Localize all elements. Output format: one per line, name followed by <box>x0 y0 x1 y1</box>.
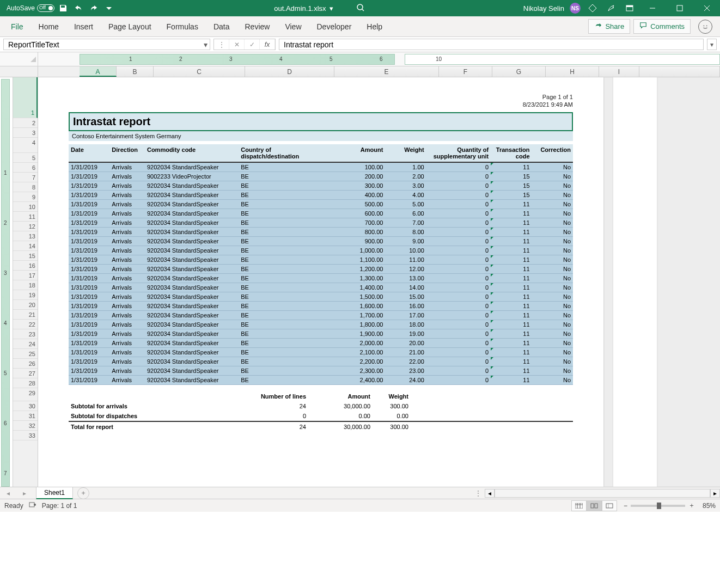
zoom-slider[interactable] <box>631 505 685 507</box>
row-header-10[interactable]: 10 <box>13 202 38 212</box>
horizontal-ruler[interactable]: 123456789 <box>80 54 395 65</box>
row-header-11[interactable]: 11 <box>13 212 38 222</box>
sheet-nav-prev-icon[interactable]: ◂ <box>7 489 10 497</box>
table-row[interactable]: 1/31/2019Arrivals9202034 StandardSpeaker… <box>69 366 573 376</box>
table-row[interactable]: 1/31/2019Arrivals9202034 StandardSpeaker… <box>69 181 573 191</box>
row-header-18[interactable]: 18 <box>13 280 38 290</box>
select-all-triangle[interactable] <box>30 57 36 62</box>
row-header-33[interactable]: 33 <box>13 431 38 440</box>
zoom-out-button[interactable]: − <box>624 502 627 510</box>
page-view[interactable]: Page 1 of 1 8/23/2021 9:49 AM Intrastat … <box>38 77 603 487</box>
undo-icon[interactable] <box>72 2 85 15</box>
table-row[interactable]: 1/31/2019Arrivals9202034 StandardSpeaker… <box>69 237 573 246</box>
col-header-F[interactable]: F <box>439 66 492 77</box>
row-header-14[interactable]: 14 <box>13 241 38 251</box>
diamond-icon[interactable] <box>586 2 599 15</box>
table-row[interactable]: 1/31/2019Arrivals9202034 StandardSpeaker… <box>69 329 573 339</box>
table-row[interactable]: 1/31/2019Arrivals9202034 StandardSpeaker… <box>69 209 573 218</box>
row-header-5[interactable]: 5 <box>13 153 38 163</box>
row-header-15[interactable]: 15 <box>13 251 38 261</box>
tab-view[interactable]: View <box>277 18 309 35</box>
tab-review[interactable]: Review <box>237 18 278 35</box>
row-header-2[interactable]: 2 <box>13 118 38 128</box>
row-header-25[interactable]: 25 <box>13 349 38 359</box>
table-row[interactable]: 1/31/2019Arrivals9202034 StandardSpeaker… <box>69 246 573 255</box>
cancel-formula-icon[interactable]: ✕ <box>229 39 245 50</box>
table-row[interactable]: 1/31/2019Arrivals9202034 StandardSpeaker… <box>69 283 573 292</box>
view-page-layout-button[interactable] <box>587 500 602 511</box>
row-header-24[interactable]: 24 <box>13 339 38 349</box>
feedback-icon[interactable] <box>698 20 712 34</box>
share-button[interactable]: Share <box>588 19 630 34</box>
row-header-29[interactable]: 29 <box>13 388 38 401</box>
vertical-ruler[interactable]: 1234567 <box>1 79 10 487</box>
table-row[interactable]: 1/31/2019Arrivals9202034 StandardSpeaker… <box>69 274 573 283</box>
table-row[interactable]: 1/31/2019Arrivals9202034 StandardSpeaker… <box>69 311 573 320</box>
row-header-1[interactable]: 1 <box>13 77 38 118</box>
zoom-level[interactable]: 85% <box>703 502 716 510</box>
zoom-control[interactable]: − ＋ 85% <box>624 501 716 510</box>
user-name[interactable]: Nikolay Selin <box>523 4 564 13</box>
col-header-H[interactable]: H <box>546 66 599 77</box>
row-header-9[interactable]: 9 <box>13 192 38 202</box>
tab-file[interactable]: File <box>3 18 31 35</box>
row-header-21[interactable]: 21 <box>13 310 38 320</box>
col-header-E[interactable]: E <box>334 66 439 77</box>
sheet-nav-next-icon[interactable]: ▸ <box>23 489 26 497</box>
row-header-6[interactable]: 6 <box>13 163 38 173</box>
row-header-16[interactable]: 16 <box>13 261 38 271</box>
name-box[interactable]: ReportTitleText ▾ <box>3 39 210 50</box>
col-header-A[interactable]: A <box>80 66 117 77</box>
col-header-I[interactable]: I <box>599 66 639 77</box>
save-icon[interactable] <box>57 2 70 15</box>
row-header-28[interactable]: 28 <box>13 378 38 388</box>
autosave-toggle[interactable]: AutoSave Off <box>7 4 54 12</box>
col-header-G[interactable]: G <box>492 66 546 77</box>
table-row[interactable]: 1/31/2019Arrivals9202034 StandardSpeaker… <box>69 339 573 348</box>
scroll-right-icon[interactable]: ▸ <box>710 489 720 498</box>
row-header-31[interactable]: 31 <box>13 411 38 421</box>
col-header-B[interactable]: B <box>117 66 154 77</box>
tab-developer[interactable]: Developer <box>309 18 359 35</box>
tab-home[interactable]: Home <box>31 18 66 35</box>
macro-record-icon[interactable] <box>29 501 36 510</box>
minimize-button[interactable] <box>642 0 663 16</box>
tab-data[interactable]: Data <box>206 18 237 35</box>
row-header-22[interactable]: 22 <box>13 320 38 329</box>
table-row[interactable]: 1/31/2019Arrivals9202034 StandardSpeaker… <box>69 218 573 228</box>
tab-formulas[interactable]: Formulas <box>159 18 206 35</box>
redo-icon[interactable] <box>87 2 100 15</box>
report-title-cell[interactable]: Intrastat report <box>69 112 573 131</box>
table-row[interactable]: 1/31/2019Arrivals9202034 StandardSpeaker… <box>69 200 573 209</box>
row-header-26[interactable]: 26 <box>13 359 38 369</box>
fx-icon[interactable]: fx <box>260 39 275 50</box>
view-normal-button[interactable] <box>571 500 587 511</box>
coming-soon-icon[interactable] <box>605 2 618 15</box>
row-header-30[interactable]: 30 <box>13 401 38 411</box>
table-row[interactable]: 1/31/2019Arrivals9202034 StandardSpeaker… <box>69 162 573 172</box>
row-header-19[interactable]: 19 <box>13 290 38 300</box>
table-row[interactable]: 1/31/2019Arrivals9202034 StandardSpeaker… <box>69 348 573 357</box>
table-row[interactable]: 1/31/2019Arrivals9202034 StandardSpeaker… <box>69 302 573 311</box>
tab-page-layout[interactable]: Page Layout <box>101 18 159 35</box>
row-header-20[interactable]: 20 <box>13 300 38 310</box>
sheet-tab-sheet1[interactable]: Sheet1 <box>36 487 73 499</box>
tab-help[interactable]: Help <box>359 18 390 35</box>
table-row[interactable]: 1/31/2019Arrivals9202034 StandardSpeaker… <box>69 376 573 385</box>
chevron-down-icon[interactable]: ▾ <box>204 40 208 49</box>
maximize-button[interactable] <box>669 0 691 16</box>
user-avatar[interactable]: NS <box>570 3 581 14</box>
scroll-grip-icon[interactable]: ⋮ <box>475 489 481 497</box>
table-row[interactable]: 1/31/2019Arrivals9202034 StandardSpeaker… <box>69 265 573 274</box>
table-row[interactable]: 1/31/2019Arrivals9202034 StandardSpeaker… <box>69 357 573 366</box>
horizontal-scrollbar[interactable]: ⋮ ◂ ▸ <box>475 489 720 498</box>
row-header-8[interactable]: 8 <box>13 182 38 192</box>
row-header-32[interactable]: 32 <box>13 421 38 431</box>
tab-insert[interactable]: Insert <box>66 18 101 35</box>
title-dropdown-icon[interactable]: ▾ <box>330 4 333 13</box>
formula-input[interactable]: Intrastat report <box>279 39 704 50</box>
view-page-break-button[interactable] <box>602 500 617 511</box>
row-header-7[interactable]: 7 <box>13 173 38 182</box>
row-header-27[interactable]: 27 <box>13 369 38 378</box>
row-header-23[interactable]: 23 <box>13 329 38 339</box>
